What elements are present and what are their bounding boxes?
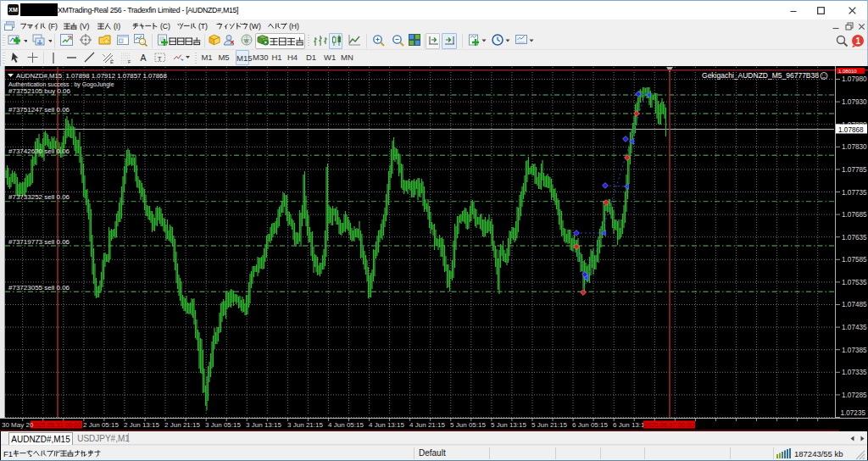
svg-text:1.07585: 1.07585 bbox=[842, 256, 867, 264]
svg-text:1.07685: 1.07685 bbox=[842, 211, 867, 219]
svg-text:#73719773 sell 0.06: #73719773 sell 0.06 bbox=[8, 238, 70, 246]
svg-text:1.07235: 1.07235 bbox=[840, 409, 865, 417]
svg-text:Authentication success : by Go: Authentication success : by GogoJungle bbox=[8, 81, 114, 88]
svg-text:1.07535: 1.07535 bbox=[842, 279, 867, 286]
svg-text:4 Jun 05:15: 4 Jun 05:15 bbox=[328, 421, 364, 429]
svg-text:3 Jun 05:15: 3 Jun 05:15 bbox=[205, 421, 241, 429]
svg-text:1.07868: 1.07868 bbox=[838, 126, 864, 134]
svg-text:2025.05.31 00:00: 2025.05.31 00:00 bbox=[31, 421, 81, 429]
svg-text:3 Jun 13:15: 3 Jun 13:15 bbox=[246, 421, 281, 429]
svg-text:#73733252 sell 0.06: #73733252 sell 0.06 bbox=[8, 193, 70, 201]
svg-text:4 Jun 21:15: 4 Jun 21:15 bbox=[409, 421, 445, 429]
svg-text:1.07785: 1.07785 bbox=[842, 166, 867, 174]
svg-text:#73751247 sell 0.06: #73751247 sell 0.06 bbox=[8, 106, 70, 114]
svg-text:w: w bbox=[243, 37, 249, 43]
svg-text:E: E bbox=[110, 59, 114, 64]
svg-text:1: 1 bbox=[856, 36, 861, 46]
svg-text:5 Jun 21:15: 5 Jun 21:15 bbox=[531, 421, 567, 429]
svg-text:#73723055 sell 0.06: #73723055 sell 0.06 bbox=[8, 284, 70, 292]
svg-text:2 Jun 21:15: 2 Jun 21:15 bbox=[164, 421, 200, 429]
svg-text:1.07635: 1.07635 bbox=[842, 234, 867, 242]
svg-text:4 Jun 13:15: 4 Jun 13:15 bbox=[369, 421, 404, 429]
svg-text:5 Jun 13:15: 5 Jun 13:15 bbox=[491, 421, 526, 429]
svg-text:2 Jun 13:15: 2 Jun 13:15 bbox=[124, 421, 159, 429]
svg-text:1.07735: 1.07735 bbox=[842, 189, 867, 197]
svg-text:F: F bbox=[128, 59, 131, 64]
svg-text:1.07385: 1.07385 bbox=[842, 347, 867, 354]
svg-text:1.07435: 1.07435 bbox=[842, 324, 867, 331]
svg-text:#73752105 buy 0.06: #73752105 buy 0.06 bbox=[8, 87, 71, 95]
svg-text:1.07930: 1.07930 bbox=[842, 98, 867, 106]
svg-text:5 Jun 05:15: 5 Jun 05:15 bbox=[450, 421, 486, 429]
svg-text:1.08010: 1.08010 bbox=[838, 69, 857, 74]
svg-text:1.07335: 1.07335 bbox=[842, 369, 867, 376]
svg-text:2025.06.07 00:00: 2025.06.07 00:00 bbox=[643, 421, 693, 429]
svg-text:30 May 20: 30 May 20 bbox=[2, 421, 34, 429]
svg-text:T: T bbox=[158, 55, 162, 63]
svg-text:Gekigachi_AUDNZD_M5_96777B38: Gekigachi_AUDNZD_M5_96777B38 bbox=[702, 71, 819, 80]
svg-text:1.07285: 1.07285 bbox=[842, 392, 867, 399]
svg-text:1.07830: 1.07830 bbox=[842, 143, 867, 151]
svg-text:1.07485: 1.07485 bbox=[842, 301, 867, 308]
svg-text:1.07980: 1.07980 bbox=[842, 75, 867, 83]
svg-text:#73742630 sell 0.06: #73742630 sell 0.06 bbox=[8, 147, 70, 155]
svg-text:6 Jun 05:15: 6 Jun 05:15 bbox=[572, 421, 608, 429]
svg-text:3 Jun 21:15: 3 Jun 21:15 bbox=[287, 421, 323, 429]
svg-text:AUDNZD#,M15 1.07898 1.07912 1: AUDNZD#,M15 1.07898 1.07912 1.07857 1.07… bbox=[16, 72, 167, 80]
svg-text:2 Jun 05:15: 2 Jun 05:15 bbox=[83, 421, 119, 429]
